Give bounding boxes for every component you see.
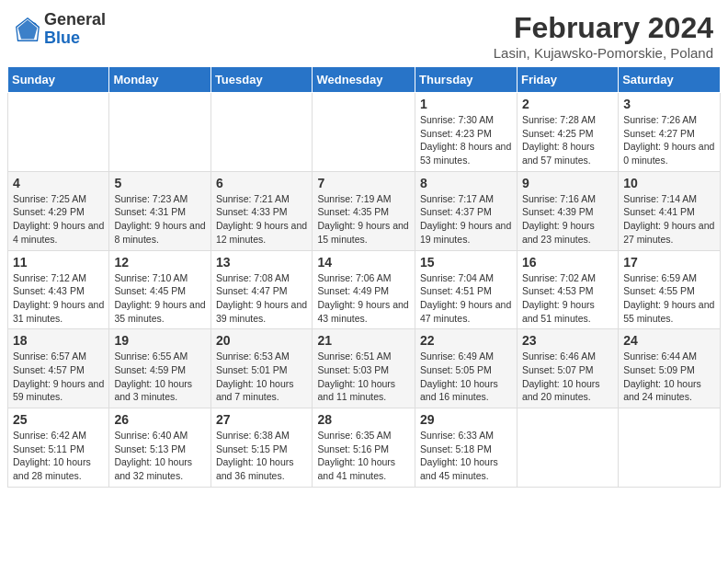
logo-icon [15, 17, 40, 42]
day-info: Sunrise: 6:53 AM Sunset: 5:01 PM Dayligh… [216, 350, 308, 404]
day-number: 29 [420, 412, 512, 427]
day-number: 11 [13, 255, 104, 270]
calendar-week-row: 25Sunrise: 6:42 AM Sunset: 5:11 PM Dayli… [8, 408, 721, 488]
day-number: 20 [216, 333, 308, 348]
day-info: Sunrise: 7:10 AM Sunset: 4:45 PM Dayligh… [114, 271, 205, 326]
day-info: Sunrise: 7:04 AM Sunset: 4:51 PM Dayligh… [420, 271, 512, 326]
calendar-cell: 14Sunrise: 7:06 AM Sunset: 4:49 PM Dayli… [313, 250, 415, 329]
logo-general-text: General [44, 10, 106, 29]
col-monday: Monday [109, 67, 210, 93]
day-info: Sunrise: 7:12 AM Sunset: 4:43 PM Dayligh… [13, 271, 104, 326]
day-info: Sunrise: 6:46 AM Sunset: 5:07 PM Dayligh… [522, 350, 613, 404]
calendar-week-row: 4Sunrise: 7:25 AM Sunset: 4:29 PM Daylig… [8, 171, 721, 250]
calendar-cell [313, 93, 415, 172]
calendar-cell: 26Sunrise: 6:40 AM Sunset: 5:13 PM Dayli… [109, 408, 210, 488]
calendar-cell: 2Sunrise: 7:28 AM Sunset: 4:25 PM Daylig… [517, 93, 618, 172]
calendar-cell: 12Sunrise: 7:10 AM Sunset: 4:45 PM Dayli… [109, 250, 210, 329]
day-info: Sunrise: 7:19 AM Sunset: 4:35 PM Dayligh… [317, 192, 410, 247]
day-info: Sunrise: 7:17 AM Sunset: 4:37 PM Dayligh… [420, 192, 512, 247]
calendar-cell [109, 93, 210, 172]
calendar-cell: 17Sunrise: 6:59 AM Sunset: 4:55 PM Dayli… [619, 250, 721, 329]
page-header: General Blue February 2024 Lasin, Kujaws… [0, 0, 728, 66]
calendar-cell: 19Sunrise: 6:55 AM Sunset: 4:59 PM Dayli… [109, 329, 210, 408]
day-info: Sunrise: 6:49 AM Sunset: 5:05 PM Dayligh… [420, 350, 512, 404]
calendar-cell: 10Sunrise: 7:14 AM Sunset: 4:41 PM Dayli… [619, 171, 721, 250]
calendar-container: Sunday Monday Tuesday Wednesday Thursday… [0, 66, 728, 495]
day-number: 5 [114, 176, 205, 190]
calendar-cell: 29Sunrise: 6:33 AM Sunset: 5:18 PM Dayli… [415, 408, 518, 488]
logo: General Blue [15, 11, 106, 48]
day-number: 23 [522, 333, 613, 348]
day-number: 26 [114, 412, 205, 427]
day-number: 1 [420, 97, 512, 111]
day-number: 8 [420, 176, 512, 190]
calendar-week-row: 18Sunrise: 6:57 AM Sunset: 4:57 PM Dayli… [8, 329, 721, 408]
calendar-cell [619, 408, 721, 488]
day-info: Sunrise: 6:44 AM Sunset: 5:09 PM Dayligh… [623, 350, 715, 404]
day-info: Sunrise: 7:21 AM Sunset: 4:33 PM Dayligh… [216, 192, 308, 247]
calendar-cell: 23Sunrise: 6:46 AM Sunset: 5:07 PM Dayli… [517, 329, 618, 408]
day-number: 18 [13, 333, 104, 348]
day-number: 24 [623, 333, 715, 348]
location-label: Lasin, Kujawsko-Pomorskie, Poland [494, 45, 713, 61]
day-info: Sunrise: 7:16 AM Sunset: 4:39 PM Dayligh… [522, 192, 613, 247]
day-number: 17 [623, 255, 715, 270]
day-info: Sunrise: 6:40 AM Sunset: 5:13 PM Dayligh… [114, 429, 205, 483]
title-area: February 2024 Lasin, Kujawsko-Pomorskie,… [494, 11, 713, 61]
day-info: Sunrise: 7:30 AM Sunset: 4:23 PM Dayligh… [420, 113, 512, 167]
calendar-cell: 11Sunrise: 7:12 AM Sunset: 4:43 PM Dayli… [8, 250, 109, 329]
day-number: 25 [13, 412, 104, 427]
calendar-cell: 16Sunrise: 7:02 AM Sunset: 4:53 PM Dayli… [517, 250, 618, 329]
day-number: 28 [317, 412, 410, 427]
day-number: 6 [216, 176, 308, 190]
day-info: Sunrise: 6:35 AM Sunset: 5:16 PM Dayligh… [317, 429, 410, 483]
calendar-cell: 7Sunrise: 7:19 AM Sunset: 4:35 PM Daylig… [313, 171, 415, 250]
day-number: 15 [420, 255, 512, 270]
calendar-cell: 15Sunrise: 7:04 AM Sunset: 4:51 PM Dayli… [415, 250, 518, 329]
calendar-cell: 28Sunrise: 6:35 AM Sunset: 5:16 PM Dayli… [313, 408, 415, 488]
day-info: Sunrise: 6:51 AM Sunset: 5:03 PM Dayligh… [317, 350, 410, 404]
day-number: 2 [522, 97, 613, 111]
day-number: 14 [317, 255, 410, 270]
calendar-cell: 18Sunrise: 6:57 AM Sunset: 4:57 PM Dayli… [8, 329, 109, 408]
day-info: Sunrise: 7:02 AM Sunset: 4:53 PM Dayligh… [522, 271, 613, 326]
calendar-cell [8, 93, 109, 172]
calendar-cell: 6Sunrise: 7:21 AM Sunset: 4:33 PM Daylig… [210, 171, 313, 250]
calendar-week-row: 11Sunrise: 7:12 AM Sunset: 4:43 PM Dayli… [8, 250, 721, 329]
day-number: 19 [114, 333, 205, 348]
day-info: Sunrise: 7:28 AM Sunset: 4:25 PM Dayligh… [522, 113, 613, 167]
day-info: Sunrise: 6:33 AM Sunset: 5:18 PM Dayligh… [420, 429, 512, 483]
calendar-header-row: Sunday Monday Tuesday Wednesday Thursday… [8, 67, 721, 93]
day-info: Sunrise: 7:23 AM Sunset: 4:31 PM Dayligh… [114, 192, 205, 247]
calendar-cell: 25Sunrise: 6:42 AM Sunset: 5:11 PM Dayli… [8, 408, 109, 488]
col-tuesday: Tuesday [210, 67, 313, 93]
day-info: Sunrise: 7:14 AM Sunset: 4:41 PM Dayligh… [623, 192, 715, 247]
day-info: Sunrise: 6:59 AM Sunset: 4:55 PM Dayligh… [623, 271, 715, 326]
calendar-cell: 13Sunrise: 7:08 AM Sunset: 4:47 PM Dayli… [210, 250, 313, 329]
day-info: Sunrise: 7:08 AM Sunset: 4:47 PM Dayligh… [216, 271, 308, 326]
day-number: 13 [216, 255, 308, 270]
col-saturday: Saturday [619, 67, 721, 93]
calendar-cell: 27Sunrise: 6:38 AM Sunset: 5:15 PM Dayli… [210, 408, 313, 488]
calendar-cell: 1Sunrise: 7:30 AM Sunset: 4:23 PM Daylig… [415, 93, 518, 172]
day-number: 12 [114, 255, 205, 270]
calendar-cell: 22Sunrise: 6:49 AM Sunset: 5:05 PM Dayli… [415, 329, 518, 408]
day-info: Sunrise: 6:57 AM Sunset: 4:57 PM Dayligh… [13, 350, 104, 404]
day-info: Sunrise: 6:38 AM Sunset: 5:15 PM Dayligh… [216, 429, 308, 483]
logo-text: General Blue [44, 11, 106, 48]
calendar-cell: 24Sunrise: 6:44 AM Sunset: 5:09 PM Dayli… [619, 329, 721, 408]
day-number: 27 [216, 412, 308, 427]
day-info: Sunrise: 7:25 AM Sunset: 4:29 PM Dayligh… [13, 192, 104, 247]
calendar-week-row: 1Sunrise: 7:30 AM Sunset: 4:23 PM Daylig… [8, 93, 721, 172]
calendar-cell: 8Sunrise: 7:17 AM Sunset: 4:37 PM Daylig… [415, 171, 518, 250]
day-info: Sunrise: 7:06 AM Sunset: 4:49 PM Dayligh… [317, 271, 410, 326]
month-title: February 2024 [494, 11, 713, 45]
day-number: 16 [522, 255, 613, 270]
day-number: 10 [623, 176, 715, 190]
day-info: Sunrise: 6:42 AM Sunset: 5:11 PM Dayligh… [13, 429, 104, 483]
day-number: 9 [522, 176, 613, 190]
col-sunday: Sunday [8, 67, 109, 93]
calendar-cell [517, 408, 618, 488]
day-number: 3 [623, 97, 715, 111]
calendar-cell: 5Sunrise: 7:23 AM Sunset: 4:31 PM Daylig… [109, 171, 210, 250]
